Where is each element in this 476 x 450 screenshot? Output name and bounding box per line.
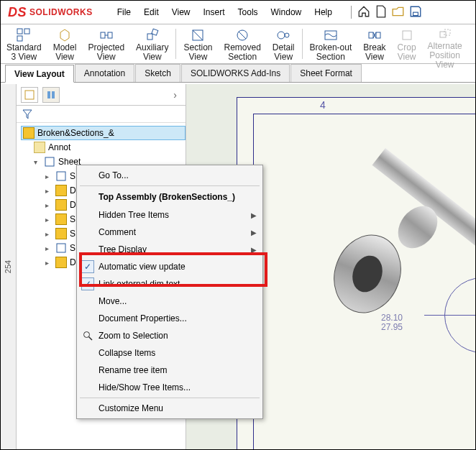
- ctx-rename[interactable]: Rename tree item: [77, 362, 262, 379]
- zoom-icon: [81, 329, 94, 342]
- label: Top Assembly (BrokenSections_): [99, 192, 235, 202]
- label: Detail: [273, 43, 295, 52]
- label: View: [55, 52, 74, 62]
- label: Rename tree item: [99, 365, 167, 375]
- svg-rect-19: [403, 31, 411, 40]
- svg-rect-27: [57, 244, 65, 252]
- svg-rect-24: [52, 91, 55, 98]
- expand-icon[interactable]: ▸: [45, 216, 52, 224]
- ribbon-break-view[interactable]: Break View: [357, 26, 391, 62]
- submenu-icon: ▶: [251, 211, 257, 219]
- ribbon-alt-pos-view: Alternate Position View: [422, 26, 468, 62]
- panel-tab-props[interactable]: [42, 87, 60, 103]
- label: Section: [228, 52, 257, 62]
- menu-tools[interactable]: Tools: [238, 7, 258, 17]
- expand-icon[interactable]: ▸: [45, 230, 52, 238]
- expand-icon[interactable]: ▸: [45, 187, 52, 195]
- open-icon[interactable]: [392, 5, 405, 20]
- collapse-icon[interactable]: ▾: [34, 158, 41, 166]
- drawing-view-icon: [55, 228, 67, 239]
- label: View: [398, 52, 416, 62]
- new-doc-icon[interactable]: [375, 5, 388, 20]
- menu-insert[interactable]: Insert: [203, 7, 225, 17]
- ribbon-broken-out-section[interactable]: Broken-out Section: [304, 26, 358, 62]
- zone-label: 4: [320, 99, 326, 111]
- tab-annotation[interactable]: Annotation: [75, 64, 134, 82]
- drawing-view-icon: [55, 199, 67, 211]
- menu-file[interactable]: File: [117, 7, 131, 17]
- menu-window[interactable]: Window: [271, 7, 302, 17]
- drawing-view-icon: [55, 257, 67, 268]
- ctx-customize-menu[interactable]: Customize Menu: [77, 400, 262, 417]
- context-menu: Go To... Top Assembly (BrokenSections_) …: [76, 165, 263, 419]
- home-icon[interactable]: [357, 5, 370, 20]
- label: Move...: [99, 296, 127, 306]
- label: Link external dim text: [99, 279, 180, 289]
- ctx-header: Top Assembly (BrokenSections_): [77, 188, 262, 206]
- label: Section: [316, 52, 345, 62]
- ribbon-auxiliary-view[interactable]: Auxiliary View: [130, 26, 174, 62]
- ribbon-section-view[interactable]: Section View: [178, 26, 218, 62]
- expand-icon[interactable]: ▸: [45, 259, 52, 267]
- ctx-hide-show-tree[interactable]: Hide/Show Tree Items...: [77, 379, 262, 396]
- crop-view-icon: [400, 27, 414, 43]
- svg-rect-18: [376, 32, 380, 38]
- panel-expand-icon[interactable]: ›: [173, 89, 181, 101]
- svg-line-34: [89, 337, 93, 341]
- ctx-hidden-tree[interactable]: Hidden Tree Items▶: [77, 206, 262, 224]
- ribbon-projected-view[interactable]: Projected View: [82, 26, 130, 62]
- expand-icon[interactable]: ▸: [45, 244, 52, 252]
- vertical-ruler: 254: [1, 84, 17, 449]
- folder-icon: [34, 142, 45, 153]
- tree-item[interactable]: Annot: [21, 140, 186, 155]
- app-logo: DS SOLIDWORKS: [1, 5, 100, 20]
- ribbon-crop-view: Crop View: [392, 26, 422, 62]
- label: View: [97, 52, 116, 62]
- tab-sketch[interactable]: Sketch: [135, 64, 180, 82]
- expand-icon[interactable]: ▸: [45, 173, 52, 180]
- menu-help[interactable]: Help: [314, 7, 332, 17]
- label: Sketch: [145, 68, 171, 78]
- tab-view-layout[interactable]: View Layout: [5, 65, 74, 83]
- label: Automatic view update: [99, 262, 186, 272]
- expand-icon[interactable]: ▸: [45, 201, 52, 209]
- label: 3 View: [11, 52, 37, 62]
- ribbon-removed-section[interactable]: Removed Section: [218, 26, 266, 62]
- menu-bar: File Edit View Insert Tools Window Help: [100, 7, 345, 17]
- ctx-move[interactable]: Move...: [77, 293, 262, 310]
- drawing-sheet: 4 28.10 27.95: [237, 97, 475, 449]
- panel-tab-tree[interactable]: [21, 87, 38, 103]
- label: Hide/Show Tree Items...: [99, 382, 191, 392]
- separator: [175, 29, 176, 59]
- label: Removed: [224, 43, 260, 52]
- tab-sheet-format[interactable]: Sheet Format: [290, 64, 362, 82]
- ctx-doc-props[interactable]: Document Properties...: [77, 310, 262, 327]
- ctx-link-external-dim[interactable]: ✓ Link external dim text: [77, 275, 262, 293]
- sheet-icon: [55, 242, 67, 254]
- label: Go To...: [99, 170, 129, 180]
- svg-rect-7: [108, 32, 112, 38]
- ctx-comment[interactable]: Comment▶: [77, 224, 262, 241]
- tab-addins[interactable]: SOLIDWORKS Add-Ins: [181, 64, 290, 82]
- ribbon-model-view[interactable]: Model View: [47, 26, 83, 62]
- ctx-collapse[interactable]: Collapse Items: [77, 344, 262, 362]
- svg-rect-2: [413, 12, 418, 16]
- label: Broken-out: [310, 43, 352, 52]
- tree-label: D: [70, 200, 76, 210]
- ribbon-standard-3-view[interactable]: Standard 3 View: [1, 26, 47, 62]
- menu-view[interactable]: View: [172, 7, 191, 17]
- ctx-tree-display[interactable]: Tree Display▶: [77, 241, 262, 258]
- ctx-auto-view-update[interactable]: ✓ Automatic view update: [77, 258, 262, 275]
- svg-rect-17: [369, 32, 373, 38]
- filter-row[interactable]: [17, 106, 186, 123]
- tree-root[interactable]: Broken&Sections_&: [21, 126, 186, 140]
- section-view-icon: [191, 27, 205, 43]
- label: Crop: [398, 43, 416, 52]
- ctx-go-to[interactable]: Go To...: [77, 167, 262, 184]
- ribbon-detail-view[interactable]: Detail View: [267, 26, 301, 62]
- ctx-zoom-selection[interactable]: Zoom to Selection: [77, 327, 262, 344]
- save-icon[interactable]: [409, 5, 422, 20]
- label: Model: [53, 43, 77, 52]
- menu-edit[interactable]: Edit: [144, 7, 159, 17]
- svg-rect-9: [147, 34, 152, 40]
